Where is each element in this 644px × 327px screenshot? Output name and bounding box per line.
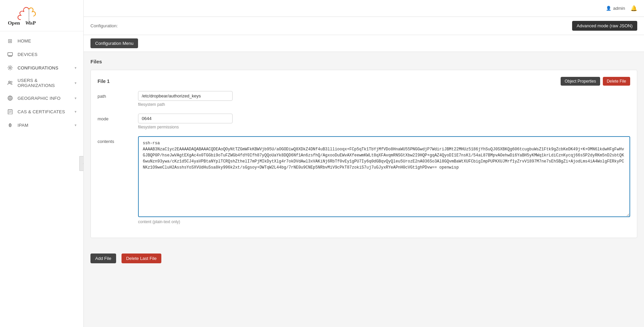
topbar: 👤 admin 🔔 xyxy=(84,0,644,17)
svg-point-5 xyxy=(9,81,10,83)
file-1-card: File 1 Object Properties Delete File pat… xyxy=(90,70,637,238)
svg-rect-3 xyxy=(8,53,12,56)
contents-textarea[interactable]: <span class="keyword">ssh-rsa</span> AAA… xyxy=(138,136,630,217)
users-icon xyxy=(7,80,14,86)
sidebar-item-users[interactable]: USERS & ORGANIZATIONS ▾ xyxy=(0,75,83,91)
sidebar-item-label-devices: DEVICES xyxy=(18,52,77,57)
mode-hint: filesystem permissions xyxy=(138,125,630,129)
sidebar-item-label-cas: CAS & CERTIFICATES xyxy=(18,109,75,114)
svg-point-6 xyxy=(11,81,12,83)
geographic-chevron: ▾ xyxy=(75,96,77,100)
contents-row: contents <span class="keyword">ssh-rsa</… xyxy=(98,136,630,224)
logo: Open W isP xyxy=(0,0,83,31)
contents-hint: content (plain-text only) xyxy=(138,219,630,224)
user-icon: 👤 xyxy=(606,6,611,11)
svg-text:isP: isP xyxy=(29,20,36,26)
breadcrumb: Configuration: xyxy=(90,23,118,28)
ipam-chevron: ▾ xyxy=(75,123,77,127)
content-header: Configuration: Advanced mode (raw JSON) xyxy=(84,17,644,35)
path-field: filesystem path xyxy=(138,91,630,107)
advanced-mode-button[interactable]: Advanced mode (raw JSON) xyxy=(572,21,637,31)
username-label: admin xyxy=(613,6,625,11)
contents-label: contents xyxy=(98,136,138,224)
file-1-actions: Object Properties Delete File xyxy=(561,77,630,86)
path-hint: filesystem path xyxy=(138,102,630,107)
path-input[interactable] xyxy=(138,91,233,101)
home-icon: ⊞ xyxy=(7,37,14,44)
contents-field: <span class="keyword">ssh-rsa</span> AAA… xyxy=(138,136,630,224)
sidebar-item-configurations[interactable]: CONFIGURATIONS ▾ xyxy=(0,61,83,75)
file-1-title: File 1 xyxy=(98,79,110,84)
sidebar-item-geographic[interactable]: GEOGRAPHIC INFO ▾ xyxy=(0,91,83,105)
sidebar-item-label-ipam: IPAM xyxy=(18,123,75,128)
notifications-bell-icon[interactable]: 🔔 xyxy=(630,5,637,11)
devices-icon xyxy=(7,51,14,58)
file-1-header: File 1 Object Properties Delete File xyxy=(98,77,630,86)
cas-chevron: ▾ xyxy=(75,110,77,114)
sidebar-item-label-configurations: CONFIGURATIONS xyxy=(18,65,75,70)
user-menu[interactable]: 👤 admin xyxy=(606,6,625,11)
configurations-chevron: ▾ xyxy=(75,66,77,70)
svg-text:Open: Open xyxy=(8,20,20,26)
mode-label: mode xyxy=(98,114,138,129)
sidebar-item-label-geographic: GEOGRAPHIC INFO xyxy=(18,96,75,101)
sidebar-item-devices[interactable]: DEVICES xyxy=(0,48,83,61)
path-label: path xyxy=(98,91,138,107)
delete-last-file-button[interactable]: Delete Last File xyxy=(122,254,161,263)
sidebar-item-home[interactable]: ⊞ HOME xyxy=(0,34,83,48)
main-content: 👤 admin 🔔 Configuration: Advanced mode (… xyxy=(84,0,644,327)
sidebar: Open W isP ⊞ HOME DEVICES CONFIGURATIONS… xyxy=(0,0,84,327)
users-chevron: ▾ xyxy=(75,81,77,85)
collapse-icon: ‹ xyxy=(83,161,84,166)
cas-icon xyxy=(7,108,14,115)
sidebar-nav: ⊞ HOME DEVICES CONFIGURATIONS ▾ USERS & … xyxy=(0,31,83,327)
add-file-button[interactable]: Add File xyxy=(90,254,116,263)
configurations-icon xyxy=(7,64,14,71)
ipam-icon xyxy=(7,122,14,128)
path-row: path filesystem path xyxy=(98,91,630,107)
files-section-title: Files xyxy=(90,59,637,64)
sidebar-item-label-home: HOME xyxy=(18,38,77,43)
files-section: Files File 1 Object Properties Delete Fi… xyxy=(84,52,644,250)
object-properties-button[interactable]: Object Properties xyxy=(561,77,600,86)
mode-input[interactable] xyxy=(138,114,233,123)
section-toolbar: Configuration Menu xyxy=(84,35,644,52)
sidebar-item-cas[interactable]: CAS & CERTIFICATES ▾ xyxy=(0,105,83,118)
bottom-actions: Add File Delete Last File xyxy=(84,250,644,273)
configuration-menu-button[interactable]: Configuration Menu xyxy=(90,38,138,48)
sidebar-item-label-users: USERS & ORGANIZATIONS xyxy=(18,78,75,88)
mode-field: filesystem permissions xyxy=(138,114,630,129)
sidebar-collapse-button[interactable]: ‹ xyxy=(79,156,84,171)
sidebar-item-ipam[interactable]: IPAM ▾ xyxy=(0,118,83,132)
geographic-icon xyxy=(7,95,14,101)
delete-file-button[interactable]: Delete File xyxy=(603,77,630,86)
mode-row: mode filesystem permissions xyxy=(98,114,630,129)
svg-point-4 xyxy=(9,67,11,69)
content-area: Configuration: Advanced mode (raw JSON) … xyxy=(84,17,644,327)
